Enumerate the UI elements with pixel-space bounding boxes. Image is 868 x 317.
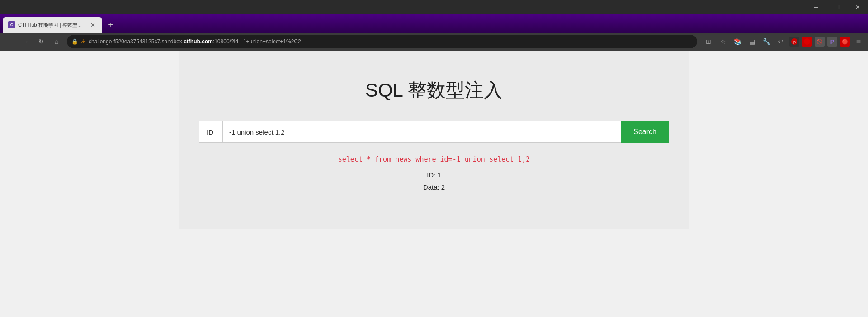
star-icon[interactable]: ☆ — [717, 36, 729, 47]
address-bar[interactable]: 🔒 ⚠ challenge-f520ea37543125c7.sandbox.c… — [67, 35, 697, 48]
back-button[interactable]: ← — [4, 35, 17, 48]
new-tab-button[interactable]: + — [104, 18, 118, 32]
menu-button[interactable]: ≡ — [853, 36, 864, 47]
minimize-button[interactable]: ─ — [806, 0, 826, 14]
extensions-icon[interactable]: 🔧 — [760, 36, 772, 47]
close-button[interactable]: ✕ — [847, 0, 868, 14]
ext-lastpass-icon[interactable]: lp — [789, 37, 799, 47]
result-area: select * from news where id=-1 union sel… — [197, 155, 671, 193]
tab-favicon: C — [8, 21, 15, 28]
id-label: ID — [199, 121, 222, 143]
ext-red2-icon[interactable]: 🔴 — [840, 37, 850, 47]
qr-icon[interactable]: ⊞ — [703, 36, 714, 47]
tabbar: C CTFHub 技能学习 | 整数型注入 ✕ + — [0, 14, 868, 33]
warning-icon: ⚠ — [81, 38, 86, 45]
sidebar-icon[interactable]: ▤ — [746, 36, 758, 47]
tab-close-button[interactable]: ✕ — [89, 21, 97, 29]
result-id: ID: 1 — [427, 169, 441, 181]
address-text: challenge-f520ea37543125c7.sandbox.ctfhu… — [89, 38, 301, 45]
sql-query: select * from news where id=-1 union sel… — [338, 155, 530, 163]
address-domain: ctfhub.com — [184, 38, 213, 45]
titlebar-controls: ─ ❐ ✕ — [806, 0, 868, 14]
home-button[interactable]: ⌂ — [50, 35, 63, 48]
nav-right-icons: ⊞ ☆ 📚 ▤ 🔧 ↩ lp 🚫 P 🔴 ≡ — [703, 36, 864, 47]
page-title: SQL 整数型注入 — [365, 78, 503, 103]
library-icon[interactable]: 📚 — [731, 36, 743, 47]
undo-icon[interactable]: ↩ — [775, 36, 787, 47]
svg-point-2 — [804, 38, 810, 45]
ext-block-icon[interactable]: 🚫 — [815, 37, 825, 47]
active-tab[interactable]: C CTFHub 技能学习 | 整数型注入 ✕ — [3, 17, 102, 33]
restore-button[interactable]: ❐ — [826, 0, 847, 14]
ext-pb-icon[interactable]: P — [827, 37, 837, 47]
page-inner: SQL 整数型注入 ID Search select * from news w… — [179, 51, 689, 229]
security-icon: 🔒 — [71, 38, 78, 45]
tab-title: CTFHub 技能学习 | 整数型注入 — [18, 22, 87, 28]
forward-button[interactable]: → — [19, 35, 33, 48]
result-data: Data: 2 — [423, 181, 445, 193]
navbar: ← → ↻ ⌂ 🔒 ⚠ challenge-f520ea37543125c7.s… — [0, 33, 868, 51]
svg-text:lp: lp — [793, 40, 796, 44]
search-button[interactable]: Search — [621, 121, 669, 143]
search-row: ID Search — [199, 121, 669, 143]
titlebar: ─ ❐ ✕ — [0, 0, 868, 14]
search-input[interactable] — [222, 121, 621, 143]
reload-button[interactable]: ↻ — [34, 35, 48, 48]
ext-red-icon[interactable] — [802, 37, 812, 47]
page-content: SQL 整数型注入 ID Search select * from news w… — [0, 51, 868, 317]
address-path: :10800/?id=-1+union+select+1%2C2 — [213, 38, 301, 45]
